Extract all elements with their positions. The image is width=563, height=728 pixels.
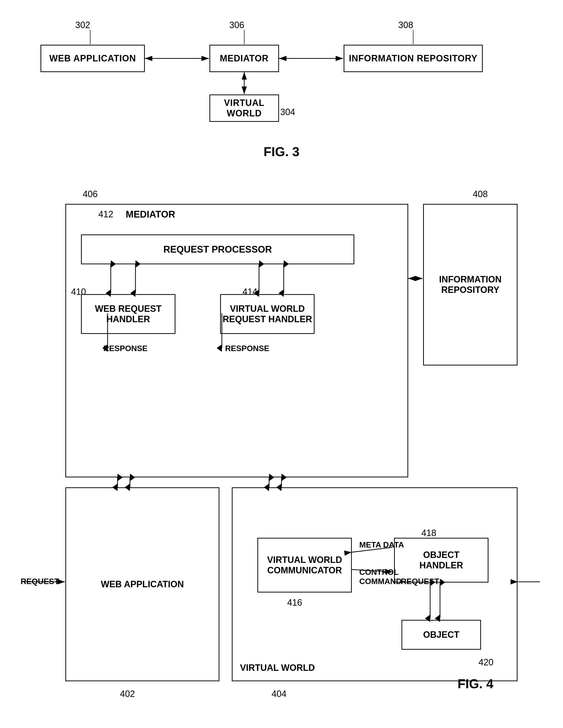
ref-414: 414 — [243, 287, 258, 297]
ref-420: 420 — [478, 657, 493, 668]
ref-406: 406 — [83, 189, 98, 199]
ref-306: 306 — [229, 20, 244, 30]
fig4-request-processor-box: REQUEST PROCESSOR — [81, 234, 354, 264]
vw-label: VIRTUAL WORLD — [240, 663, 315, 673]
fig4-web-app-box: WEB APPLICATION — [65, 487, 220, 681]
fig3-title: FIG. 3 — [20, 144, 543, 159]
fig4-vw-communicator-box: VIRTUAL WORLD COMMUNICATOR — [258, 538, 352, 592]
fig3-mediator-box: MEDIATOR — [210, 45, 279, 72]
meta-data-label: META DATA — [359, 540, 404, 549]
fig3-section: 302 306 308 304 WEB APPLICATION MEDIATOR… — [20, 15, 543, 159]
ref-402: 402 — [120, 689, 135, 699]
response-label-2: RESPONSE — [225, 344, 269, 353]
fig4-title: FIG. 4 — [458, 676, 493, 691]
response-label-1: RESPONSE — [103, 344, 148, 353]
ref-418: 418 — [421, 528, 436, 538]
fig4-object-box: OBJECT — [401, 620, 481, 650]
fig4-virtual-world-box: VIRTUAL WORLD COMMUNICATOR 416 OBJECT HA… — [232, 487, 518, 681]
control-command-label: CONTROL COMMAND — [359, 568, 402, 586]
fig4-vw-req-handler-box: VIRTUAL WORLD REQUEST HANDLER — [220, 294, 314, 334]
fig4-diagram: MEDIATOR 412 REQUEST PROCESSOR WEB REQUE… — [21, 184, 542, 706]
fig3-diagram: 302 306 308 304 WEB APPLICATION MEDIATOR… — [21, 15, 542, 139]
fig3-virtual-world-box: VIRTUAL WORLD — [210, 94, 279, 122]
ref-304: 304 — [280, 107, 295, 117]
ref-404: 404 — [272, 689, 286, 699]
ref-412: 412 — [98, 209, 113, 220]
fig4-section: MEDIATOR 412 REQUEST PROCESSOR WEB REQUE… — [20, 184, 543, 706]
ref-410: 410 — [71, 287, 86, 297]
fig3-info-repo-box: INFORMATION REPOSITORY — [343, 45, 483, 72]
fig4-object-handler-box: OBJECT HANDLER — [394, 538, 488, 583]
ref-416: 416 — [287, 597, 302, 608]
fig3-web-app-box: WEB APPLICATION — [41, 45, 145, 72]
fig4-web-req-handler-box: WEB REQUEST HANDLER — [81, 294, 176, 334]
ref-408: 408 — [473, 189, 488, 199]
page-container: 302 306 308 304 WEB APPLICATION MEDIATOR… — [0, 0, 563, 728]
request-label-2: REQUEST — [401, 577, 439, 586]
ref-308: 308 — [398, 20, 413, 30]
fig4-mediator-label: MEDIATOR — [126, 209, 175, 220]
ref-302: 302 — [75, 20, 90, 30]
fig4-info-repo-box: INFORMATION REPOSITORY — [423, 204, 518, 365]
request-label-1: REQUEST — [21, 577, 59, 586]
fig4-mediator-outer: MEDIATOR 412 REQUEST PROCESSOR WEB REQUE… — [65, 204, 408, 477]
